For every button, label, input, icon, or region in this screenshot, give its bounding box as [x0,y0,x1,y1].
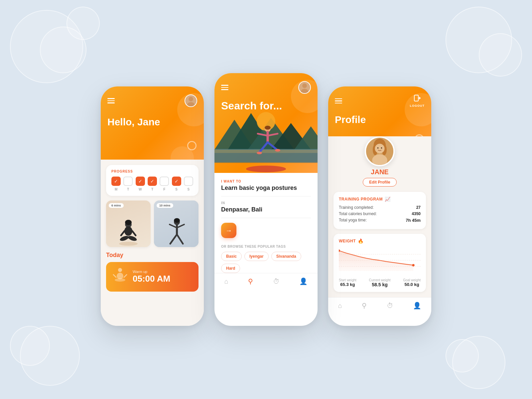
weight-labels: Start weight 65.3 kg Current weight 58.5… [339,278,421,287]
svg-point-5 [124,226,132,236]
home-header: Hello, Jane [101,86,204,160]
tag-iyengar[interactable]: Iyengar [244,252,269,261]
svg-point-17 [118,268,122,272]
workout-row: 6 mins [106,200,199,247]
progress-label: PROGRESS [111,170,193,173]
start-weight-value: 65.3 kg [339,282,356,287]
yoga-landscape [214,100,318,173]
svg-line-16 [177,234,183,244]
stat-label-3: Total yoga time: [339,218,367,223]
nav-home-right[interactable]: ⌂ [338,302,342,310]
workout-card-standing[interactable]: 10 mins [154,200,199,247]
svg-point-48 [375,144,384,153]
browse-label: OR BROWSE THESE POPULAR TAGS [221,245,311,248]
nav-timer-center[interactable]: ⏱ [273,278,280,285]
day-name-m: M [115,188,117,191]
bottom-nav-right: ⌂ ⚲ ⏱ 👤 [328,297,431,315]
svg-point-4 [125,220,132,225]
day-check-w[interactable]: ✓ [136,177,145,186]
progress-card: PROGRESS ✓ M T ✓ W [106,165,199,196]
tag-sivananda[interactable]: Sivananda [271,252,301,261]
svg-point-57 [412,264,414,266]
day-name-s1: S [175,188,178,191]
svg-line-9 [132,231,136,235]
day-check-t2[interactable]: ✓ [148,177,157,186]
phone-home: Hello, Jane PROGRESS ✓ M T [101,86,204,326]
day-check-s2[interactable] [184,177,193,186]
stat-row-2: Total calories burned: 4350 [339,211,421,216]
tags-row: Basic Iyengar Sivananda Hard [221,252,311,273]
want-label: I WANT TO [221,180,311,183]
search-header: Search for... [214,73,318,173]
nav-search-right[interactable]: ⚲ [362,302,367,310]
start-weight-label: Start weight [339,278,356,282]
svg-line-20 [124,275,127,277]
bottom-nav-center: ⌂ ⚲ ⏱ 👤 [214,273,318,291]
day-item-s1: ✓ S [172,177,181,191]
day-check-f[interactable] [160,177,169,186]
scene: Hello, Jane PROGRESS ✓ M T [0,0,532,399]
tag-hard[interactable]: Hard [221,264,240,273]
hamburger-menu-right[interactable] [335,98,342,104]
phone-profile: LOGOUT Profile [328,86,431,326]
nav-profile-center[interactable]: 👤 [299,277,308,285]
training-card: TRAINING PROGRAM 📈 Training completed: 2… [333,192,426,229]
svg-point-51 [372,154,387,166]
search-go-button[interactable]: → [221,223,236,238]
in-label: IN [221,201,311,205]
hamburger-menu-center[interactable] [221,85,228,90]
today-session-label: Warm up [133,270,170,274]
today-card[interactable]: Warm up 05:00 AM [106,262,199,292]
today-time-block: Warm up 05:00 AM [133,270,170,284]
chart-icon: 📈 [385,197,390,202]
nav-search-center[interactable]: ⚲ [248,277,253,285]
location-text: Denpasar, Bali [221,206,311,213]
deco-ring [187,141,197,150]
svg-point-50 [381,147,382,149]
svg-line-14 [177,224,184,228]
day-name-f: F [163,188,165,191]
today-time-value: 05:00 AM [133,274,170,284]
start-weight: Start weight 65.3 kg [339,278,356,287]
stat-label-1: Training completed: [339,205,374,210]
svg-marker-55 [339,251,413,271]
goal-weight: Goal weight 50.0 kg [403,278,421,287]
fire-icon: 🔥 [358,238,363,244]
current-weight-value: 58.5 kg [369,282,390,287]
stat-value-2: 4350 [412,211,421,216]
nav-timer-right[interactable]: ⏱ [387,302,393,310]
day-name-s2: S [187,188,190,191]
day-item-w: ✓ W [136,177,145,191]
svg-point-32 [246,166,286,172]
goal-weight-label: Goal weight [403,278,421,282]
workout-card-warmup[interactable]: 6 mins [106,200,151,247]
nav-home-center[interactable]: ⌂ [224,278,228,285]
deco-circle [66,7,100,40]
day-check-t1[interactable] [123,177,133,186]
current-weight: Current weight 58.5 kg [369,278,390,287]
profile-content: JANE Edit Profile TRAINING PROGRAM 📈 Tra… [328,136,431,297]
divider2 [221,218,311,218]
profile-avatar [365,136,395,166]
tag-basic[interactable]: Basic [221,252,242,261]
svg-line-15 [170,234,177,244]
svg-point-11 [174,218,180,223]
divider1 [221,196,311,197]
svg-point-49 [377,147,379,149]
nav-profile-right[interactable]: 👤 [413,302,421,310]
day-check-m[interactable]: ✓ [111,177,121,186]
day-item-s2: S [184,177,193,191]
day-item-t2: ✓ T [148,177,157,191]
day-check-s1[interactable]: ✓ [172,177,181,186]
hamburger-menu[interactable] [107,98,115,103]
deco-circle [10,326,50,366]
warmup-tag: 6 mins [109,203,124,208]
svg-line-8 [121,231,124,235]
svg-point-41 [275,149,280,152]
stat-value-3: 7h 45m [406,218,421,223]
svg-rect-31 [214,153,318,163]
weight-header: WEIGHT 🔥 [339,238,421,244]
goal-weight-value: 50.0 kg [403,282,421,287]
svg-point-34 [265,126,271,130]
edit-profile-button[interactable]: Edit Profile [363,178,396,187]
